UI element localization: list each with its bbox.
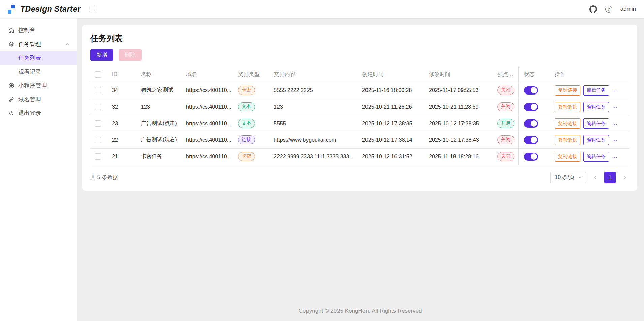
cell-reward-type: 卡密 (233, 82, 268, 99)
link-icon (8, 96, 15, 103)
col-reward-type: 奖励类型 (233, 67, 268, 82)
status-toggle[interactable] (524, 103, 538, 111)
copy-link-button[interactable]: 复制链接 (555, 118, 580, 129)
cell-domain: https://cs.400110... (181, 99, 233, 115)
cell-created: 2025-10-12 16:31:52 (357, 148, 423, 165)
edit-task-button[interactable]: 编辑任务 (583, 135, 609, 145)
reward-type-tag: 文本 (238, 102, 255, 111)
sidebar-item-domain[interactable]: 域名管理 (0, 92, 77, 106)
cell-name: 卡密任务 (136, 148, 181, 165)
status-toggle[interactable] (524, 153, 538, 161)
reward-type-tag: 卡密 (238, 152, 255, 161)
copy-link-button[interactable]: 复制链接 (555, 152, 580, 162)
sidebar-item-task-management[interactable]: 任务管理 (0, 37, 77, 51)
prev-page-button[interactable] (591, 173, 599, 182)
cell-modified: 2025-11-18 18:28:16 (423, 148, 492, 165)
edit-task-button[interactable]: 编辑任务 (583, 85, 609, 96)
cell-modified: 2025-10-12 17:38:35 (423, 115, 492, 132)
force-ad-tag: 关闭 (497, 135, 514, 144)
select-all-checkbox[interactable] (95, 71, 101, 78)
next-page-button[interactable] (620, 173, 629, 182)
menu-fold-icon[interactable] (88, 5, 96, 13)
reward-type-tag: 文本 (238, 119, 255, 128)
delete-button: 删除 (119, 49, 142, 61)
github-icon[interactable] (589, 5, 597, 13)
copy-link-button[interactable]: 复制链接 (555, 85, 580, 96)
row-checkbox[interactable] (95, 87, 101, 93)
cell-modified: 2025-10-21 11:28:59 (423, 99, 492, 115)
power-icon (8, 110, 15, 117)
cell-name: 广告测试(观看) (136, 132, 181, 148)
table-row: 23 广告测试(点击) https://cs.400110... 文本 5555… (90, 115, 629, 132)
force-ad-tag: 关闭 (497, 152, 514, 161)
cell-domain: https://cs.400110... (181, 148, 233, 165)
chevron-up-icon (65, 42, 70, 47)
cell-id: 22 (107, 132, 136, 148)
sidebar-item-console[interactable]: 控制台 (0, 23, 77, 37)
layers-icon (8, 41, 15, 48)
cell-reward-content: 5555 2222 2225 (268, 82, 357, 99)
reward-type-tag: 链接 (238, 135, 255, 144)
status-toggle[interactable] (524, 119, 538, 128)
sidebar-item-logout[interactable]: 退出登录 (0, 106, 77, 120)
sidebar-item-task-list[interactable]: 任务列表 (0, 51, 77, 65)
copy-link-button[interactable]: 复制链接 (555, 102, 580, 112)
cell-reward-type: 卡密 (233, 148, 268, 165)
sidebar-item-label: 控制台 (18, 26, 35, 34)
cell-id: 21 (107, 148, 136, 165)
col-force-ad: 强点广告 (492, 67, 518, 82)
help-icon[interactable]: ? (605, 5, 613, 13)
tdesign-logo-icon (7, 4, 16, 14)
user-menu[interactable]: admin (620, 6, 636, 12)
task-list-card: 任务列表 新增 删除 ID 名称 域名 奖励类型 (82, 25, 637, 191)
row-checkbox[interactable] (95, 137, 101, 143)
cell-status (518, 132, 549, 148)
edit-task-button[interactable]: 编辑任务 (583, 118, 609, 129)
mini-program-icon (8, 82, 15, 89)
copy-link-button[interactable]: 复制链接 (555, 135, 580, 145)
sidebar-item-miniprogram[interactable]: 小程序管理 (0, 79, 77, 92)
cell-status (518, 115, 549, 132)
cell-reward-content: 123 (268, 99, 357, 115)
col-actions: 操作 (549, 67, 629, 82)
force-ad-tag: 开启 (497, 119, 514, 128)
sidebar-item-label: 观看记录 (18, 68, 41, 76)
table-row: 21 卡密任务 https://cs.400110... 卡密 2222 999… (90, 148, 629, 165)
cell-created: 2025-11-16 18:00:28 (357, 82, 423, 99)
page-size-value: 10 条/页 (555, 174, 575, 181)
cell-created: 2025-10-12 17:38:14 (357, 132, 423, 148)
copyright-text: Copyright © 2025 KongHen. All Rights Res… (77, 307, 644, 321)
row-checkbox[interactable] (95, 153, 101, 160)
edit-task-button[interactable]: 编辑任务 (583, 102, 609, 112)
row-checkbox[interactable] (95, 120, 101, 127)
row-checkbox[interactable] (95, 104, 101, 110)
table-row: 34 狗凯之家测试 https://cs.400110... 卡密 5555 2… (90, 82, 629, 99)
cell-reward-content: https://www.bygoukai.com (268, 132, 357, 148)
sidebar-item-watch-records[interactable]: 观看记录 (0, 65, 77, 79)
status-toggle[interactable] (524, 136, 538, 144)
edit-task-button[interactable]: 编辑任务 (583, 152, 609, 162)
sidebar-item-label: 任务管理 (18, 40, 41, 48)
page-1-button[interactable]: 1 (604, 172, 616, 183)
cell-name: 广告测试(点击) (136, 115, 181, 132)
cell-status (518, 99, 549, 115)
cell-name: 狗凯之家测试 (136, 82, 181, 99)
table-row: 22 广告测试(观看) https://cs.400110... 链接 http… (90, 132, 629, 148)
cell-domain: https://cs.400110... (181, 132, 233, 148)
cell-force-ad: 关闭 (492, 99, 518, 115)
cell-force-ad: 关闭 (492, 148, 518, 165)
cell-reward-content: 2222 9999 3333 1111 3333 333... (268, 148, 357, 165)
page-size-select[interactable]: 10 条/页 (550, 172, 586, 183)
add-button[interactable]: 新增 (90, 49, 113, 61)
status-toggle[interactable] (524, 86, 538, 95)
chevron-left-icon (593, 175, 598, 180)
col-modified: 修改时间 (423, 67, 492, 82)
reward-type-tag: 卡密 (238, 86, 255, 95)
chevron-down-icon (578, 175, 582, 180)
cell-id: 34 (107, 82, 136, 99)
cell-actions: 复制链接编辑任务查看数据 (549, 82, 629, 99)
cell-id: 23 (107, 115, 136, 132)
cell-reward-type: 文本 (233, 99, 268, 115)
table-body: 34 狗凯之家测试 https://cs.400110... 卡密 5555 2… (90, 82, 629, 165)
total-count: 共 5 条数据 (90, 174, 118, 181)
